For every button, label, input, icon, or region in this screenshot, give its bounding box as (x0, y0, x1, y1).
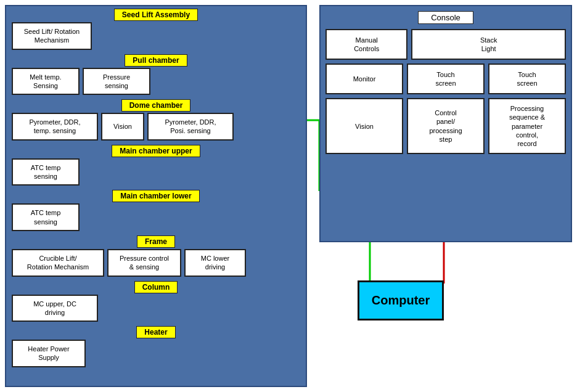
section-main-upper: Main chamber upper ATC tempsensing (9, 145, 303, 189)
item-pressure-sensing: Pressuresensing (83, 68, 150, 96)
item-control-panel: Controlpanel/processingstep (407, 98, 485, 154)
label-seed-lift: Seed Lift Assembly (114, 9, 198, 21)
computer-box: Computer (358, 280, 444, 321)
item-atc-temp-upper: ATC tempsensing (12, 158, 80, 186)
section-column: Column MC upper, DCdriving (9, 281, 303, 325)
item-atc-temp-lower: ATC tempsensing (12, 203, 80, 231)
item-stack-light: StackLight (411, 29, 566, 60)
section-heater: Heater Heater PowerSupply (9, 326, 303, 370)
item-processing-seq: Processingsequence &parametercontrol,rec… (488, 98, 566, 154)
label-column: Column (134, 281, 178, 293)
item-monitor: Monitor (325, 63, 403, 94)
section-frame: Frame Crucible Lift/Rotation Mechanism P… (9, 235, 303, 279)
label-frame: Frame (137, 235, 175, 248)
item-melt-temp: Melt temp.Sensing (12, 68, 80, 96)
right-panel: Console ManualControls StackLight Monito… (319, 5, 572, 242)
item-touch-screen-2: Touchscreen (488, 63, 566, 94)
item-seed-lift-mech: Seed Lift/ RotationMechanism (12, 22, 92, 50)
computer-label: Computer (372, 293, 430, 308)
label-main-lower: Main chamber lower (112, 190, 199, 202)
item-vision-1: Vision (101, 113, 144, 141)
item-mc-upper-dc: MC upper, DCdriving (12, 295, 98, 322)
item-pyro-ddr-2: Pyrometer, DDR,Posi. sensing (147, 113, 234, 141)
item-touch-screen-1: Touchscreen (407, 63, 485, 94)
section-main-lower: Main chamber lower ATC tempsensing (9, 190, 303, 234)
item-mc-lower-driving: MC lowerdriving (184, 249, 246, 277)
left-panel: Seed Lift Assembly Seed Lift/ RotationMe… (5, 5, 307, 387)
section-pull-chamber: Pull chamber Melt temp.Sensing Pressures… (9, 54, 303, 98)
section-dome-chamber: Dome chamber Pyrometer, DDR,temp. sensin… (9, 99, 303, 143)
item-pyro-ddr-1: Pyrometer, DDR,temp. sensing (12, 113, 98, 141)
label-main-upper: Main chamber upper (112, 145, 200, 157)
label-dome-chamber: Dome chamber (121, 99, 191, 112)
item-pressure-control: Pressure control& sensing (107, 249, 181, 277)
item-manual-controls: ManualControls (325, 29, 407, 60)
item-heater-power: Heater PowerSupply (12, 340, 86, 367)
label-heater: Heater (136, 326, 175, 338)
item-crucible-lift: Crucible Lift/Rotation Mechanism (12, 249, 104, 277)
section-seed-lift: Seed Lift Assembly Seed Lift/ RotationMe… (9, 9, 303, 52)
console-label: Console (418, 11, 473, 24)
label-pull-chamber: Pull chamber (125, 54, 187, 67)
item-vision: Vision (325, 98, 403, 154)
